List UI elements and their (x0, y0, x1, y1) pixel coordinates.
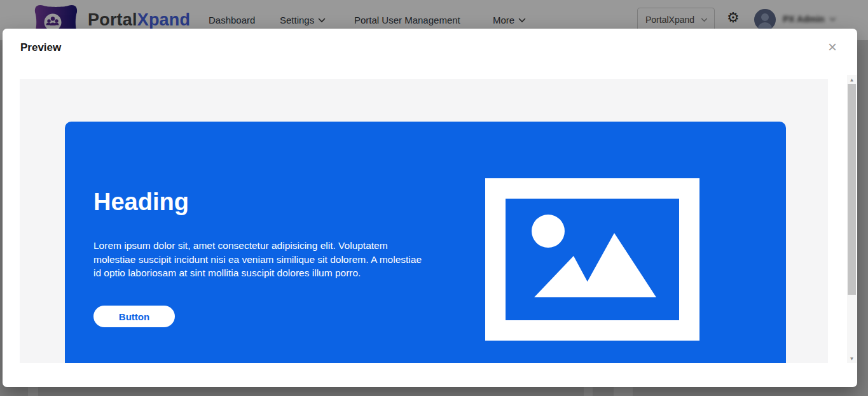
banner-heading: Heading (93, 189, 189, 216)
close-icon[interactable]: × (823, 38, 842, 57)
modal-title: Preview (20, 41, 61, 54)
scroll-up-icon[interactable]: ▲ (847, 75, 857, 84)
scroll-down-icon[interactable]: ▼ (847, 354, 857, 363)
app-root: PortalXpand Dashboard Settings Portal Us… (0, 0, 868, 396)
banner-button[interactable]: Button (93, 306, 175, 327)
preview-modal: Preview × Heading Lorem ipsum dolor sit,… (3, 29, 857, 387)
preview-canvas: Heading Lorem ipsum dolor sit, amet cons… (20, 79, 828, 363)
preview-scroll-region: Heading Lorem ipsum dolor sit, amet cons… (20, 75, 857, 363)
image-placeholder-icon (485, 178, 699, 341)
banner-body-text: Lorem ipsum dolor sit, amet consectetur … (93, 239, 423, 280)
hero-banner: Heading Lorem ipsum dolor sit, amet cons… (65, 122, 786, 363)
vertical-scrollbar[interactable]: ▲ ▼ (847, 75, 857, 363)
scrollbar-thumb[interactable] (848, 84, 856, 295)
